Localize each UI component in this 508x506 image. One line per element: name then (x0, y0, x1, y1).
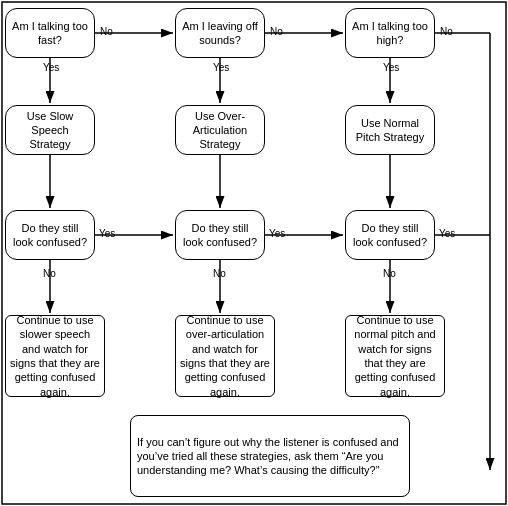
yes-label-2: Yes (213, 62, 229, 73)
confused-2: Do they still look confused? (175, 210, 265, 260)
confused-3: Do they still look confused? (345, 210, 435, 260)
strategy-3: Use Normal Pitch Strategy (345, 105, 435, 155)
question-2: Am I leaving off sounds? (175, 8, 265, 58)
yes-label-1: Yes (43, 62, 59, 73)
no-label-1: No (100, 26, 113, 37)
question-1: Am I talking too fast? (5, 8, 95, 58)
result-3: Continue to use normal pitch and watch f… (345, 315, 445, 397)
strategy-2: Use Over-Articulation Strategy (175, 105, 265, 155)
no-c1-label: No (43, 268, 56, 279)
yes-c3-label: Yes (439, 228, 455, 239)
confused-1: Do they still look confused? (5, 210, 95, 260)
strategy-1: Use Slow Speech Strategy (5, 105, 95, 155)
no-label-2: No (270, 26, 283, 37)
question-3: Am I talking too high? (345, 8, 435, 58)
no-label-3: No (440, 26, 453, 37)
no-c3-label: No (383, 268, 396, 279)
final-box: If you can’t figure out why the listener… (130, 415, 410, 497)
result-2: Continue to use over-articulation and wa… (175, 315, 275, 397)
result-1: Continue to use slower speech and watch … (5, 315, 105, 397)
yes-c2-label: Yes (269, 228, 285, 239)
yes-label-3: Yes (383, 62, 399, 73)
yes-c1-label: Yes (99, 228, 115, 239)
no-c2-label: No (213, 268, 226, 279)
flowchart: Am I talking too fast? Am I leaving off … (0, 0, 508, 506)
